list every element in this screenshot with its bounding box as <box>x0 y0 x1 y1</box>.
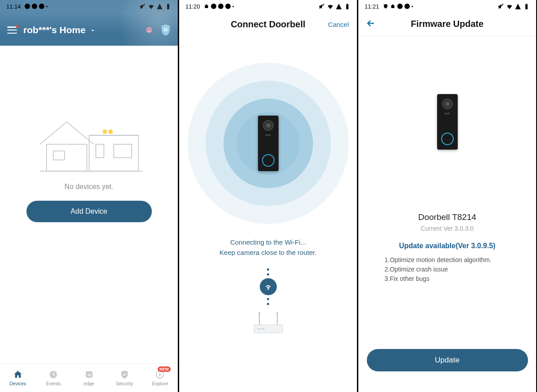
page-title: Connect Doorbell <box>231 19 305 30</box>
svg-rect-27 <box>525 4 528 9</box>
app-header: rob***'s Home <box>0 13 178 46</box>
wifi-icon <box>327 3 334 10</box>
svg-point-26 <box>263 328 264 330</box>
ai-icon: AI <box>84 370 94 379</box>
firmware-body: eufy Doorbell T8214 Current Ver 3.0.3.0 … <box>358 36 536 392</box>
more-icon <box>412 6 413 7</box>
connect-body: eufy Connecting to the Wi-Fi... Keep cam… <box>179 36 357 392</box>
status-line-2: Keep camera close to the router. <box>219 248 317 258</box>
changelog-item: 2.Optimize crash issue <box>385 265 510 274</box>
svg-point-25 <box>260 328 262 330</box>
nav-label: edge <box>84 381 94 386</box>
status-bar: 11:20 <box>179 0 357 13</box>
home-small-icon <box>204 4 209 9</box>
add-device-button[interactable]: Add Device <box>26 201 152 222</box>
status-time: 11:20 <box>185 3 200 10</box>
status-line-1: Connecting to the Wi-Fi... <box>219 237 317 248</box>
facebook-icon <box>39 4 44 9</box>
pulse-animation: eufy <box>188 63 349 224</box>
wifi-icon <box>260 278 277 295</box>
bottom-nav: Devices Events AI edge Security NEW Expl… <box>0 363 178 392</box>
status-bar: 11:21 <box>358 0 536 13</box>
empty-state-text: No devices yet. <box>64 183 113 191</box>
shield-small-icon <box>383 4 388 9</box>
status-time: 11:14 <box>6 3 21 10</box>
svg-rect-8 <box>96 144 104 158</box>
page-title: Firmware Update <box>411 19 483 29</box>
doorbell-device-image: eufy <box>437 94 458 150</box>
update-available-label: Update available(Ver 3.0.9.5) <box>399 242 495 250</box>
arrow-left-icon <box>365 18 376 29</box>
device-name: Doorbell T8214 <box>418 212 477 222</box>
facebook-icon <box>218 4 223 9</box>
nav-label: Explore <box>152 381 168 386</box>
current-version: Current Ver 3.0.3.0 <box>421 225 473 232</box>
svg-rect-9 <box>114 144 132 158</box>
nav-explore[interactable]: NEW Explore <box>142 364 178 392</box>
battery-icon <box>523 3 530 10</box>
svg-rect-18 <box>347 4 348 4</box>
status-system-icons <box>318 3 351 10</box>
changelog-item: 3.Fix other bugs <box>385 274 510 284</box>
home-name-label: rob***'s Home <box>23 25 86 35</box>
chevron-down-icon <box>89 27 96 34</box>
facebook-icon <box>25 4 30 9</box>
status-system-icons <box>498 3 530 10</box>
wifi-icon <box>506 3 513 10</box>
nav-label: Events <box>46 381 60 386</box>
router-icon <box>250 312 286 336</box>
svg-point-22 <box>276 312 278 314</box>
nav-label: Security <box>116 381 133 386</box>
battery-icon <box>344 3 351 10</box>
changelog: 1.Optimize motion detection algorithm. 2… <box>385 255 510 284</box>
mute-icon <box>318 3 325 10</box>
nav-security[interactable]: Security <box>107 364 142 392</box>
nav-events[interactable]: Events <box>35 364 71 392</box>
update-button[interactable]: Update <box>367 349 528 371</box>
status-app-icons <box>383 4 413 9</box>
status-time: 11:21 <box>365 3 379 10</box>
nav-edge[interactable]: AI edge <box>71 364 107 392</box>
signal-icon <box>515 3 521 10</box>
title-bar: Connect Doorbell Cancel <box>179 13 357 36</box>
facebook-icon <box>225 4 231 9</box>
back-button[interactable] <box>365 18 376 30</box>
svg-point-24 <box>258 328 259 330</box>
nav-devices[interactable]: Devices <box>0 364 35 392</box>
screen-firmware-update: 11:21 Firmware Update eufy D <box>358 0 536 392</box>
home-icon <box>13 370 23 379</box>
svg-point-11 <box>103 129 107 134</box>
screen-connect-doorbell: 11:20 Connect Doorbell Cancel <box>179 0 357 392</box>
clock-icon <box>48 370 58 379</box>
facebook-icon <box>211 4 216 9</box>
changelog-item: 1.Optimize motion detection algorithm. <box>385 255 510 265</box>
menu-icon[interactable] <box>7 26 17 34</box>
title-bar: Firmware Update <box>358 13 536 36</box>
house-illustration <box>26 99 152 180</box>
more-icon <box>46 6 47 7</box>
shield-icon <box>120 370 129 379</box>
facebook-icon <box>32 4 37 9</box>
doorbell-device-image: eufy <box>258 116 279 171</box>
new-badge: NEW <box>158 366 171 372</box>
facebook-icon <box>397 4 403 9</box>
signal-icon <box>335 3 342 10</box>
status-app-icons <box>25 4 47 9</box>
svg-rect-4 <box>47 144 87 171</box>
home-small-icon <box>390 4 395 9</box>
connecting-status: Connecting to the Wi-Fi... Keep camera c… <box>219 237 317 258</box>
facebook-icon <box>404 4 410 9</box>
nav-label: Devices <box>9 381 26 386</box>
screen-home: 11:14 rob***'s Home <box>0 0 178 392</box>
cancel-button[interactable]: Cancel <box>328 21 349 28</box>
svg-point-21 <box>258 312 260 314</box>
svg-rect-7 <box>53 151 64 160</box>
svg-rect-28 <box>526 4 527 4</box>
notification-dot <box>16 25 18 28</box>
svg-text:AI: AI <box>87 373 90 377</box>
mute-icon <box>498 3 504 10</box>
svg-rect-17 <box>346 4 348 9</box>
home-body: No devices yet. Add Device <box>0 46 178 363</box>
status-app-icons <box>204 4 234 9</box>
svg-point-12 <box>108 129 113 134</box>
